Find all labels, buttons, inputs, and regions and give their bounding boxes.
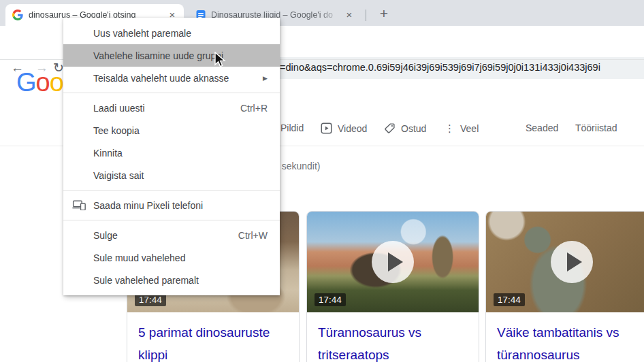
logo-letter: o: [50, 68, 63, 97]
url-text: q=dino&aqs=chrome.0.69i59j46i39j69i539j6…: [274, 62, 600, 73]
video-card[interactable]: 17:44 Türannosaurus vs tritseraatops: [306, 211, 479, 362]
nav-label: Tööriistad: [575, 122, 617, 133]
menu-label: Saada minu Pixeli telefoni: [93, 200, 203, 211]
menu-item-close[interactable]: Sulge Ctrl+W: [63, 224, 280, 246]
submenu-arrow-icon: ▶: [263, 75, 268, 82]
menu-item-reload[interactable]: Laadi uuesti Ctrl+R: [63, 97, 280, 119]
menu-label: Uus vaheleht paremale: [93, 28, 191, 39]
video-thumbnail[interactable]: 17:44: [307, 212, 479, 312]
menu-item-add-tab-to-group[interactable]: Vahelehe lisamine uude gruppi: [63, 44, 280, 67]
menu-separator: [63, 190, 280, 191]
video-duration: 17:44: [494, 293, 525, 306]
video-card[interactable]: 17:44 Väike tambatitanis vs türannosauru…: [485, 211, 644, 362]
menu-item-move-tab-to-window[interactable]: Teisalda vaheleht uude aknasse ▶: [63, 67, 280, 89]
video-title-link[interactable]: Väike tambatitanis vs türannosaurus: [497, 321, 644, 362]
menu-item-new-tab-right[interactable]: Uus vaheleht paremale: [63, 22, 280, 44]
menu-separator: [63, 220, 280, 220]
video-title-link[interactable]: 5 parimat dinosauruste klippi: [138, 321, 288, 362]
new-tab-button[interactable]: +: [374, 5, 393, 24]
tab-context-menu: Uus vaheleht paremale Vahelehe lisamine …: [63, 18, 280, 295]
menu-item-send-to-pixel[interactable]: Saada minu Pixeli telefoni: [63, 194, 280, 216]
play-triangle-icon: [388, 252, 403, 272]
menu-item-pin[interactable]: Kinnita: [63, 142, 280, 164]
nav-label: Videod: [338, 123, 367, 134]
tag-icon: [384, 122, 396, 134]
nav-seaded[interactable]: Seaded: [526, 122, 558, 133]
nav-tab-ostud[interactable]: Ostud: [384, 122, 426, 134]
nav-tooriistad[interactable]: Tööriistad: [575, 122, 617, 133]
play-video-icon: [321, 122, 332, 134]
nav-tab-videod[interactable]: Videod: [321, 122, 367, 134]
logo-letter: o: [36, 68, 50, 97]
play-button-icon[interactable]: [372, 241, 414, 283]
nav-tab-pildid[interactable]: Pildid: [280, 122, 304, 133]
menu-label: Sule vahelehed paremalt: [93, 275, 199, 286]
menu-item-close-tabs-right[interactable]: Sule vahelehed paremalt: [63, 269, 280, 291]
menu-shortcut: Ctrl+W: [238, 230, 268, 241]
nav-label: Veel: [460, 123, 479, 134]
nav-label: Pildid: [280, 122, 304, 133]
google-g-icon: [12, 10, 23, 20]
browser-window: dinosaurus – Google'i otsing × Dinosauru…: [0, 0, 644, 362]
menu-item-close-other-tabs[interactable]: Sule muud vahelehed: [63, 246, 280, 269]
close-icon[interactable]: ×: [343, 9, 355, 21]
menu-label: Sule muud vahelehed: [93, 252, 185, 263]
more-vertical-icon: ⋮: [445, 122, 455, 135]
video-duration: 17:44: [315, 293, 346, 306]
menu-shortcut: Ctrl+R: [240, 103, 268, 114]
play-triangle-icon: [567, 252, 582, 272]
menu-label: Teisalda vaheleht uude aknasse: [93, 73, 229, 84]
menu-label: Kinnita: [93, 148, 123, 159]
nav-tab-veel[interactable]: ⋮ Veel: [445, 122, 479, 135]
tab-divider: [366, 10, 366, 21]
nav-label: Ostud: [401, 123, 426, 134]
logo-letter: G: [16, 68, 36, 97]
menu-label: Vaigista sait: [93, 170, 144, 181]
video-thumbnail[interactable]: 17:44: [486, 212, 644, 312]
menu-separator: [63, 93, 280, 93]
menu-label: Tee koopia: [93, 125, 140, 136]
mouse-cursor-icon: [212, 52, 226, 71]
menu-item-duplicate[interactable]: Tee koopia: [63, 119, 280, 142]
laptop-phone-icon: [72, 200, 86, 212]
menu-label: Laadi uuesti: [93, 103, 145, 114]
menu-item-mute-site[interactable]: Vaigista sait: [63, 164, 280, 186]
nav-label: Seaded: [526, 122, 558, 133]
video-title-link[interactable]: Türannosaurus vs tritseraatops: [318, 321, 468, 362]
menu-label: Sulge: [93, 230, 118, 241]
play-button-icon[interactable]: [551, 241, 593, 283]
result-stats: 1 sekundit): [274, 161, 320, 171]
menu-label: Vahelehe lisamine uude gruppi: [93, 50, 223, 61]
